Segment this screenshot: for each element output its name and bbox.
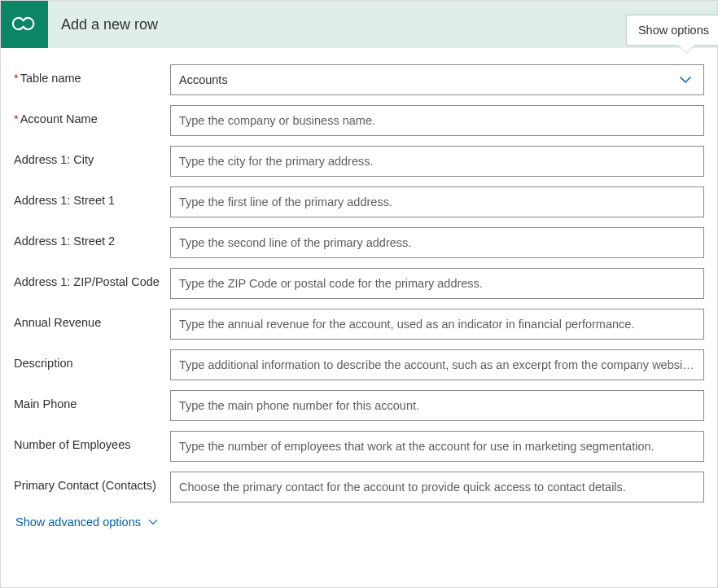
row-annual-revenue: Annual Revenue (14, 309, 704, 340)
input-num-employees[interactable] (170, 431, 704, 462)
input-address-street1[interactable] (170, 186, 704, 217)
label-address-street2: Address 1: Street 2 (14, 227, 170, 249)
input-annual-revenue[interactable] (170, 309, 704, 340)
input-description[interactable] (170, 349, 704, 380)
dialog-add-new-row: Add a new row Show options Table name Ac… (0, 0, 718, 588)
row-table-name: Table name (14, 64, 704, 95)
row-num-employees: Number of Employees (14, 431, 704, 462)
connector-logo (1, 1, 48, 48)
dataverse-icon (11, 10, 38, 40)
table-name-value[interactable] (170, 64, 704, 95)
chevron-down-icon (147, 516, 159, 528)
form-body: Table name Account Name Address 1: City … (1, 48, 717, 587)
label-description: Description (14, 349, 170, 371)
label-address-city: Address 1: City (14, 146, 170, 168)
row-description: Description (14, 349, 704, 380)
input-primary-contact[interactable] (170, 472, 704, 502)
row-main-phone: Main Phone (14, 390, 704, 421)
header-bar: Add a new row Show options (1, 1, 717, 48)
row-account-name: Account Name (14, 105, 704, 136)
row-address-zip: Address 1: ZIP/Postal Code (14, 268, 704, 299)
header-title: Add a new row (61, 16, 158, 33)
label-annual-revenue: Annual Revenue (14, 309, 170, 331)
row-address-city: Address 1: City (14, 146, 704, 177)
input-address-city[interactable] (170, 146, 704, 177)
label-num-employees: Number of Employees (14, 431, 170, 453)
label-address-street1: Address 1: Street 1 (14, 186, 170, 208)
input-address-street2[interactable] (170, 227, 704, 258)
input-account-name[interactable] (170, 105, 704, 136)
label-account-name: Account Name (14, 105, 170, 127)
label-main-phone: Main Phone (14, 390, 170, 412)
label-primary-contact: Primary Contact (Contacts) (14, 472, 170, 494)
show-advanced-options[interactable]: Show advanced options (15, 516, 159, 529)
row-address-street1: Address 1: Street 1 (14, 186, 704, 217)
table-name-select[interactable] (170, 64, 704, 95)
row-address-street2: Address 1: Street 2 (14, 227, 704, 258)
label-address-zip: Address 1: ZIP/Postal Code (14, 268, 170, 290)
show-options-tooltip[interactable]: Show options (626, 15, 718, 46)
input-address-zip[interactable] (170, 268, 704, 299)
input-main-phone[interactable] (170, 390, 704, 421)
label-table-name: Table name (14, 64, 170, 86)
row-primary-contact: Primary Contact (Contacts) (14, 472, 704, 502)
advanced-options-label: Show advanced options (15, 516, 141, 529)
